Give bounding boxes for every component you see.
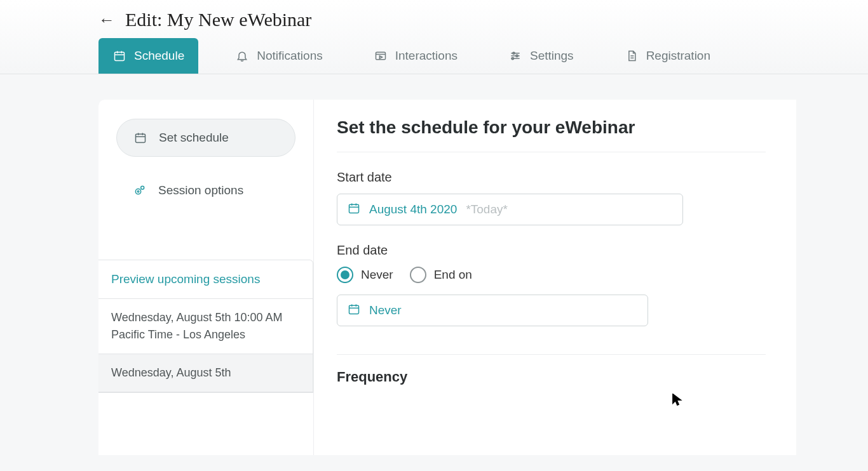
radio-end-on[interactable]: End on (410, 267, 472, 283)
svg-marker-6 (379, 56, 382, 58)
end-date-input[interactable]: Never (337, 295, 648, 326)
end-date-label: End date (337, 243, 766, 258)
calendar-icon (133, 131, 147, 145)
header: ← Edit: My New eWebinar Schedule Notific… (0, 0, 868, 74)
tab-notifications[interactable]: Notifications (221, 38, 337, 74)
media-icon (374, 49, 388, 63)
sliders-icon (508, 49, 522, 63)
calendar-icon (112, 49, 126, 63)
tab-registration[interactable]: Registration (611, 38, 724, 74)
tab-interactions[interactable]: Interactions (360, 38, 471, 74)
tab-label: Notifications (257, 49, 323, 63)
sidebar-item-label: Session options (158, 183, 243, 197)
session-row[interactable]: Wednesday, August 5th 10:00 AM Pacific T… (98, 299, 313, 354)
body: Set schedule Session options Preview upc… (0, 74, 868, 455)
tab-settings[interactable]: Settings (494, 38, 588, 74)
divider (337, 354, 766, 355)
sidebar-item-set-schedule[interactable]: Set schedule (116, 119, 295, 157)
radio-icon (410, 267, 426, 283)
bell-icon (235, 49, 249, 63)
page-title: Edit: My New eWebinar (125, 9, 311, 30)
tab-label: Registration (646, 49, 710, 63)
tab-label: Interactions (395, 49, 458, 63)
tab-label: Schedule (134, 49, 184, 63)
document-icon (625, 49, 639, 63)
start-date-input[interactable]: August 4th 2020 *Today* (337, 194, 683, 225)
gear-icon (133, 183, 147, 197)
svg-rect-22 (349, 204, 359, 213)
tab-schedule[interactable]: Schedule (98, 38, 198, 74)
sidebar-item-label: Set schedule (159, 131, 229, 145)
svg-rect-0 (115, 52, 125, 60)
back-arrow-icon[interactable]: ← (98, 11, 115, 28)
radio-icon (337, 267, 353, 283)
end-date-value: Never (369, 303, 402, 317)
radio-never[interactable]: Never (337, 267, 393, 283)
calendar-icon (348, 303, 360, 318)
sidebar: Set schedule Session options Preview upc… (98, 100, 313, 455)
sidebar-item-session-options[interactable]: Session options (116, 172, 295, 209)
start-date-hint: *Today* (466, 202, 508, 216)
start-date-label: Start date (337, 170, 766, 185)
session-row[interactable]: Wednesday, August 5th (98, 354, 313, 392)
frequency-heading: Frequency (337, 369, 766, 385)
svg-point-19 (135, 189, 140, 194)
svg-point-20 (137, 190, 139, 192)
tab-bar: Schedule Notifications Interactions Sett… (0, 38, 868, 74)
radio-label: Never (361, 268, 393, 282)
radio-label: End on (434, 268, 472, 282)
preview-sessions-title: Preview upcoming sessions (98, 260, 313, 299)
svg-point-21 (141, 186, 144, 189)
tab-label: Settings (530, 49, 574, 63)
title-row: ← Edit: My New eWebinar (0, 0, 868, 38)
main-panel: Set the schedule for your eWebinar Start… (313, 100, 796, 455)
end-date-radio-group: Never End on (337, 267, 766, 283)
start-date-value: August 4th 2020 (369, 202, 457, 216)
main-heading: Set the schedule for your eWebinar (337, 117, 766, 152)
svg-rect-26 (349, 305, 359, 314)
calendar-icon (348, 202, 360, 217)
preview-sessions-box: Preview upcoming sessions Wednesday, Aug… (98, 260, 313, 393)
svg-rect-15 (136, 134, 146, 142)
